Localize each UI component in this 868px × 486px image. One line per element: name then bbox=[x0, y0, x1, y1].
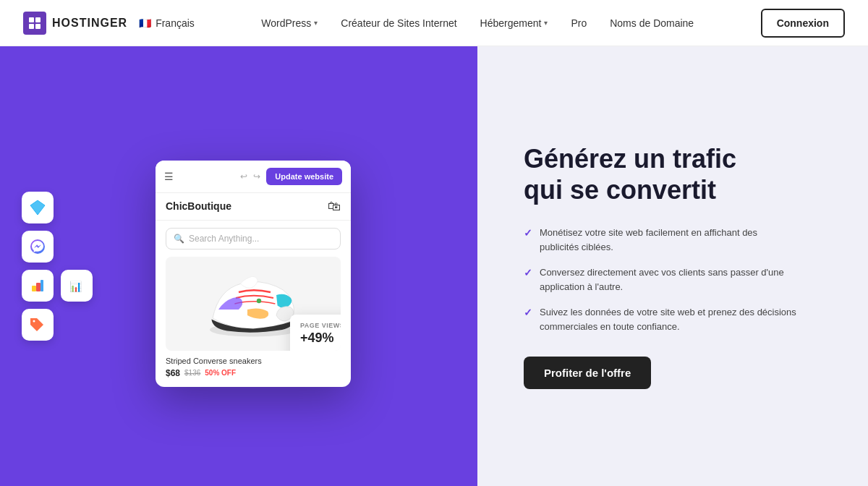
product-info: Striped Converse sneakers $68 $136 50% O… bbox=[156, 357, 351, 387]
lang-selector[interactable]: 🇫🇷 Français bbox=[139, 17, 195, 29]
product-name: Striped Converse sneakers bbox=[166, 357, 341, 365]
app-icon-row-1 bbox=[22, 192, 93, 223]
svg-rect-0 bbox=[29, 17, 34, 22]
mock-browser: ☰ ↩ ↪ Update website ChicBoutique 🛍 🔍 Se… bbox=[156, 161, 351, 387]
feature-item-2: ✓ Conversez directement avec vos clients… bbox=[524, 265, 799, 294]
features-list: ✓ Monétisez votre site web facilement en… bbox=[524, 226, 799, 333]
hamburger-icon[interactable]: ☰ bbox=[164, 171, 174, 182]
chevron-down-icon: ▾ bbox=[544, 19, 548, 27]
google-ads-icon: 📊 bbox=[61, 270, 93, 302]
stat-pageviews-value: +49% bbox=[300, 331, 341, 346]
connexion-button[interactable]: Connexion bbox=[761, 9, 845, 38]
check-icon-3: ✓ bbox=[524, 307, 532, 318]
logo-text: HOSTINGER bbox=[52, 17, 127, 30]
stat-card-pageviews: PAGE VIEWS +49% bbox=[290, 315, 341, 351]
color-pencil-icon bbox=[22, 270, 54, 302]
app-icons: 📊 bbox=[22, 192, 93, 341]
nav-hebergement[interactable]: Hébergement ▾ bbox=[480, 17, 548, 29]
svg-rect-6 bbox=[32, 286, 36, 291]
price-off: 50% OFF bbox=[205, 369, 236, 377]
nav-domains[interactable]: Noms de Domaine bbox=[610, 17, 694, 29]
nav-wordpress[interactable]: WordPress ▾ bbox=[261, 17, 318, 29]
feature-text-1: Monétisez votre site web facilement en a… bbox=[540, 226, 799, 254]
nav-center: WordPress ▾ Créateur de Sites Internet H… bbox=[261, 17, 694, 29]
svg-rect-7 bbox=[36, 283, 41, 291]
svg-rect-2 bbox=[29, 24, 34, 29]
nav-right: Connexion bbox=[761, 9, 845, 38]
hero-section: 📊 ☰ ↩ ↪ Update website ChicBoutique 🛍 bbox=[0, 46, 868, 486]
feature-item-3: ✓ Suivez les données de votre site web e… bbox=[524, 305, 799, 333]
hostinger-logo-svg bbox=[27, 16, 42, 30]
browser-title-bar: ChicBoutique 🛍 bbox=[156, 193, 351, 221]
browser-toolbar: ☰ ↩ ↪ Update website bbox=[156, 161, 351, 193]
stat-pageviews-label: PAGE VIEWS bbox=[300, 322, 341, 329]
navbar: HOSTINGER 🇫🇷 Français WordPress ▾ Créate… bbox=[0, 0, 868, 46]
price-old: $136 bbox=[184, 369, 200, 377]
check-icon-2: ✓ bbox=[524, 267, 532, 278]
nav-left: HOSTINGER 🇫🇷 Français bbox=[23, 12, 195, 35]
hero-left: 📊 ☰ ↩ ↪ Update website ChicBoutique 🛍 bbox=[0, 46, 477, 486]
update-website-button[interactable]: Update website bbox=[266, 168, 342, 185]
svg-rect-8 bbox=[41, 280, 43, 291]
product-pricing: $68 $136 50% OFF bbox=[166, 368, 341, 378]
product-image: PAGE VIEWS +49% SALES +12% bbox=[166, 257, 341, 351]
feature-text-3: Suivez les données de votre site web et … bbox=[540, 305, 799, 333]
flag-icon: 🇫🇷 bbox=[139, 17, 151, 29]
nav-createur[interactable]: Créateur de Sites Internet bbox=[341, 17, 456, 29]
diamond-icon bbox=[22, 192, 54, 223]
messenger-icon bbox=[22, 231, 54, 263]
hero-title: Générez un traficqui se convertit bbox=[524, 143, 799, 205]
search-icon: 🔍 bbox=[174, 234, 184, 244]
back-icon[interactable]: ↩ bbox=[240, 171, 247, 182]
cta-button[interactable]: Profiter de l'offre bbox=[524, 357, 651, 389]
svg-rect-3 bbox=[35, 24, 41, 29]
search-bar[interactable]: 🔍 Search Anything... bbox=[166, 228, 341, 250]
forward-icon[interactable]: ↪ bbox=[253, 171, 260, 182]
hero-content: Générez un traficqui se convertit ✓ Moné… bbox=[524, 143, 799, 389]
cart-icon[interactable]: 🛍 bbox=[328, 199, 341, 214]
svg-marker-4 bbox=[30, 200, 45, 215]
svg-text:📊: 📊 bbox=[69, 281, 82, 293]
price-new: $68 bbox=[166, 368, 180, 378]
feature-item-1: ✓ Monétisez votre site web facilement en… bbox=[524, 226, 799, 254]
nav-pro[interactable]: Pro bbox=[571, 17, 587, 29]
chevron-down-icon: ▾ bbox=[314, 19, 318, 27]
svg-point-10 bbox=[33, 320, 35, 323]
pageviews-chart bbox=[300, 350, 341, 351]
search-input[interactable]: Search Anything... bbox=[189, 234, 259, 244]
lang-label: Français bbox=[156, 17, 195, 29]
tag-icon bbox=[22, 309, 54, 341]
logo[interactable]: HOSTINGER bbox=[23, 12, 127, 35]
logo-icon bbox=[23, 12, 46, 35]
app-icon-row-4 bbox=[22, 309, 93, 341]
site-name: ChicBoutique bbox=[166, 200, 231, 212]
feature-text-2: Conversez directement avec vos clients s… bbox=[540, 265, 799, 294]
hero-right: Générez un traficqui se convertit ✓ Moné… bbox=[477, 46, 868, 486]
app-icon-row-2 bbox=[22, 231, 93, 263]
svg-rect-1 bbox=[35, 17, 41, 22]
svg-point-12 bbox=[257, 298, 261, 302]
app-icon-row-3: 📊 bbox=[22, 270, 93, 302]
check-icon-1: ✓ bbox=[524, 227, 532, 239]
